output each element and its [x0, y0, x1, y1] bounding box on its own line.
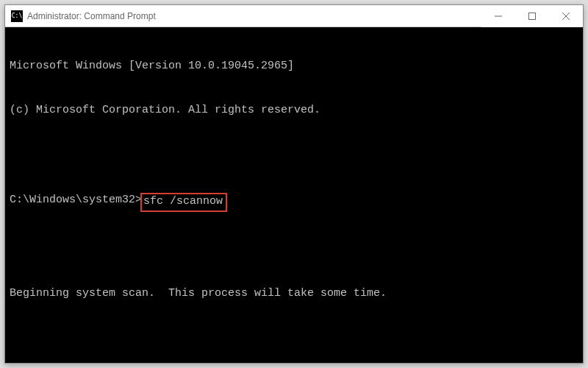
banner-copyright: (c) Microsoft Corporation. All rights re… [10, 103, 578, 118]
close-button[interactable] [549, 5, 583, 27]
minimize-icon [495, 13, 502, 20]
window-title: Administrator: Command Prompt [27, 11, 481, 21]
output-line: Beginning system scan. This process will… [10, 286, 578, 301]
window-controls [481, 5, 583, 26]
titlebar[interactable]: C:\ Administrator: Command Prompt [5, 5, 583, 27]
blank-line [10, 148, 578, 163]
command-highlight: sfc /scannow [140, 193, 227, 212]
maximize-button[interactable] [515, 5, 549, 27]
blank-line [10, 331, 578, 346]
maximize-icon [528, 13, 536, 20]
close-icon [562, 13, 570, 20]
prompt-line: C:\Windows\system32>sfc /scannow [10, 193, 578, 212]
command-prompt-window: C:\ Administrator: Command Prompt Micros… [4, 4, 584, 364]
blank-line [10, 242, 578, 257]
minimize-button[interactable] [481, 5, 515, 27]
banner-version: Microsoft Windows [Version 10.0.19045.29… [10, 59, 578, 74]
terminal-output[interactable]: Microsoft Windows [Version 10.0.19045.29… [5, 27, 583, 363]
prompt: C:\Windows\system32> [10, 193, 142, 208]
command-text: sfc /scannow [143, 195, 223, 208]
cmd-icon: C:\ [11, 10, 23, 22]
svg-rect-1 [529, 13, 536, 20]
